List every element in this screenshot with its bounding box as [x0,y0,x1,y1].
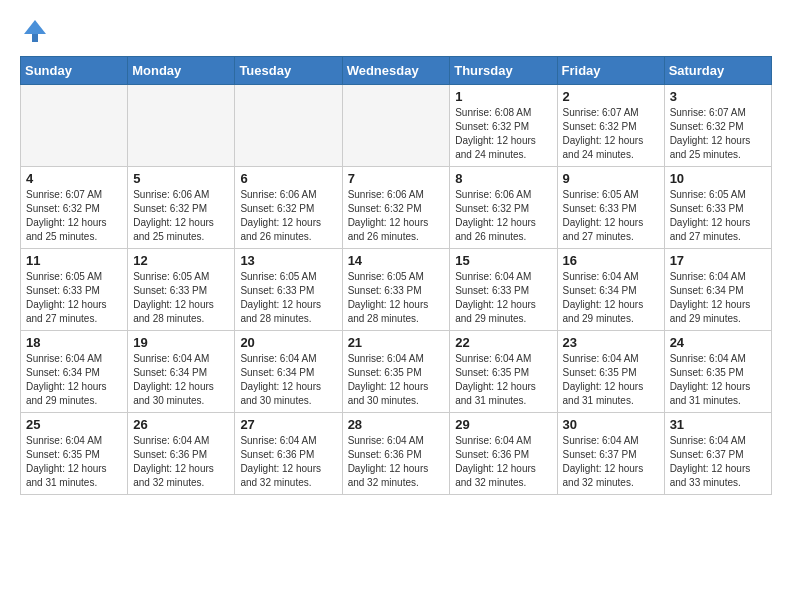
day-number: 25 [26,417,122,432]
day-number: 17 [670,253,766,268]
day-number: 13 [240,253,336,268]
day-number: 9 [563,171,659,186]
calendar-cell [128,85,235,167]
week-row-3: 11Sunrise: 6:05 AM Sunset: 6:33 PM Dayli… [21,249,772,331]
day-info: Sunrise: 6:05 AM Sunset: 6:33 PM Dayligh… [348,270,445,326]
day-number: 11 [26,253,122,268]
calendar-table: SundayMondayTuesdayWednesdayThursdayFrid… [20,56,772,495]
day-info: Sunrise: 6:05 AM Sunset: 6:33 PM Dayligh… [26,270,122,326]
weekday-header-tuesday: Tuesday [235,57,342,85]
day-info: Sunrise: 6:04 AM Sunset: 6:36 PM Dayligh… [348,434,445,490]
calendar-cell: 12Sunrise: 6:05 AM Sunset: 6:33 PM Dayli… [128,249,235,331]
day-info: Sunrise: 6:07 AM Sunset: 6:32 PM Dayligh… [26,188,122,244]
day-number: 30 [563,417,659,432]
day-number: 10 [670,171,766,186]
weekday-header-monday: Monday [128,57,235,85]
calendar-cell: 19Sunrise: 6:04 AM Sunset: 6:34 PM Dayli… [128,331,235,413]
weekday-header-wednesday: Wednesday [342,57,450,85]
calendar-cell: 21Sunrise: 6:04 AM Sunset: 6:35 PM Dayli… [342,331,450,413]
day-number: 15 [455,253,551,268]
weekday-header-sunday: Sunday [21,57,128,85]
day-info: Sunrise: 6:04 AM Sunset: 6:35 PM Dayligh… [26,434,122,490]
day-info: Sunrise: 6:04 AM Sunset: 6:36 PM Dayligh… [240,434,336,490]
day-number: 26 [133,417,229,432]
day-info: Sunrise: 6:04 AM Sunset: 6:35 PM Dayligh… [348,352,445,408]
day-number: 22 [455,335,551,350]
calendar-cell: 1Sunrise: 6:08 AM Sunset: 6:32 PM Daylig… [450,85,557,167]
calendar-cell [342,85,450,167]
week-row-5: 25Sunrise: 6:04 AM Sunset: 6:35 PM Dayli… [21,413,772,495]
calendar-cell: 9Sunrise: 6:05 AM Sunset: 6:33 PM Daylig… [557,167,664,249]
page-container: SundayMondayTuesdayWednesdayThursdayFrid… [0,0,792,511]
calendar-cell: 17Sunrise: 6:04 AM Sunset: 6:34 PM Dayli… [664,249,771,331]
calendar-cell [21,85,128,167]
calendar-cell: 30Sunrise: 6:04 AM Sunset: 6:37 PM Dayli… [557,413,664,495]
calendar-cell: 24Sunrise: 6:04 AM Sunset: 6:35 PM Dayli… [664,331,771,413]
day-number: 27 [240,417,336,432]
day-info: Sunrise: 6:06 AM Sunset: 6:32 PM Dayligh… [240,188,336,244]
day-number: 21 [348,335,445,350]
calendar-cell: 3Sunrise: 6:07 AM Sunset: 6:32 PM Daylig… [664,85,771,167]
day-info: Sunrise: 6:04 AM Sunset: 6:35 PM Dayligh… [563,352,659,408]
day-info: Sunrise: 6:04 AM Sunset: 6:36 PM Dayligh… [133,434,229,490]
calendar-cell: 16Sunrise: 6:04 AM Sunset: 6:34 PM Dayli… [557,249,664,331]
weekday-header-friday: Friday [557,57,664,85]
day-info: Sunrise: 6:05 AM Sunset: 6:33 PM Dayligh… [240,270,336,326]
calendar-cell: 5Sunrise: 6:06 AM Sunset: 6:32 PM Daylig… [128,167,235,249]
day-info: Sunrise: 6:04 AM Sunset: 6:34 PM Dayligh… [670,270,766,326]
logo-icon [20,16,50,46]
calendar-cell: 4Sunrise: 6:07 AM Sunset: 6:32 PM Daylig… [21,167,128,249]
day-info: Sunrise: 6:06 AM Sunset: 6:32 PM Dayligh… [133,188,229,244]
day-number: 31 [670,417,766,432]
calendar-cell: 10Sunrise: 6:05 AM Sunset: 6:33 PM Dayli… [664,167,771,249]
day-number: 5 [133,171,229,186]
day-info: Sunrise: 6:07 AM Sunset: 6:32 PM Dayligh… [670,106,766,162]
day-info: Sunrise: 6:06 AM Sunset: 6:32 PM Dayligh… [455,188,551,244]
day-number: 19 [133,335,229,350]
day-number: 18 [26,335,122,350]
week-row-2: 4Sunrise: 6:07 AM Sunset: 6:32 PM Daylig… [21,167,772,249]
day-info: Sunrise: 6:04 AM Sunset: 6:35 PM Dayligh… [455,352,551,408]
calendar-cell: 13Sunrise: 6:05 AM Sunset: 6:33 PM Dayli… [235,249,342,331]
day-info: Sunrise: 6:05 AM Sunset: 6:33 PM Dayligh… [133,270,229,326]
day-info: Sunrise: 6:04 AM Sunset: 6:34 PM Dayligh… [563,270,659,326]
calendar-cell: 28Sunrise: 6:04 AM Sunset: 6:36 PM Dayli… [342,413,450,495]
weekday-header-thursday: Thursday [450,57,557,85]
calendar-cell [235,85,342,167]
week-row-1: 1Sunrise: 6:08 AM Sunset: 6:32 PM Daylig… [21,85,772,167]
calendar-cell: 6Sunrise: 6:06 AM Sunset: 6:32 PM Daylig… [235,167,342,249]
day-info: Sunrise: 6:04 AM Sunset: 6:34 PM Dayligh… [26,352,122,408]
day-info: Sunrise: 6:04 AM Sunset: 6:34 PM Dayligh… [240,352,336,408]
calendar-cell: 23Sunrise: 6:04 AM Sunset: 6:35 PM Dayli… [557,331,664,413]
day-number: 16 [563,253,659,268]
day-number: 23 [563,335,659,350]
calendar-cell: 2Sunrise: 6:07 AM Sunset: 6:32 PM Daylig… [557,85,664,167]
calendar-cell: 20Sunrise: 6:04 AM Sunset: 6:34 PM Dayli… [235,331,342,413]
day-info: Sunrise: 6:04 AM Sunset: 6:33 PM Dayligh… [455,270,551,326]
calendar-cell: 18Sunrise: 6:04 AM Sunset: 6:34 PM Dayli… [21,331,128,413]
day-info: Sunrise: 6:04 AM Sunset: 6:37 PM Dayligh… [563,434,659,490]
calendar-cell: 22Sunrise: 6:04 AM Sunset: 6:35 PM Dayli… [450,331,557,413]
header [20,16,772,46]
day-number: 20 [240,335,336,350]
day-info: Sunrise: 6:04 AM Sunset: 6:36 PM Dayligh… [455,434,551,490]
calendar-cell: 29Sunrise: 6:04 AM Sunset: 6:36 PM Dayli… [450,413,557,495]
weekday-header-row: SundayMondayTuesdayWednesdayThursdayFrid… [21,57,772,85]
day-number: 2 [563,89,659,104]
day-info: Sunrise: 6:04 AM Sunset: 6:35 PM Dayligh… [670,352,766,408]
calendar-cell: 7Sunrise: 6:06 AM Sunset: 6:32 PM Daylig… [342,167,450,249]
day-info: Sunrise: 6:06 AM Sunset: 6:32 PM Dayligh… [348,188,445,244]
day-number: 6 [240,171,336,186]
day-info: Sunrise: 6:04 AM Sunset: 6:37 PM Dayligh… [670,434,766,490]
svg-rect-1 [32,34,38,42]
day-number: 4 [26,171,122,186]
calendar-cell: 25Sunrise: 6:04 AM Sunset: 6:35 PM Dayli… [21,413,128,495]
day-number: 28 [348,417,445,432]
calendar-cell: 26Sunrise: 6:04 AM Sunset: 6:36 PM Dayli… [128,413,235,495]
calendar-cell: 8Sunrise: 6:06 AM Sunset: 6:32 PM Daylig… [450,167,557,249]
day-info: Sunrise: 6:04 AM Sunset: 6:34 PM Dayligh… [133,352,229,408]
day-number: 7 [348,171,445,186]
day-number: 14 [348,253,445,268]
day-info: Sunrise: 6:07 AM Sunset: 6:32 PM Dayligh… [563,106,659,162]
day-number: 8 [455,171,551,186]
